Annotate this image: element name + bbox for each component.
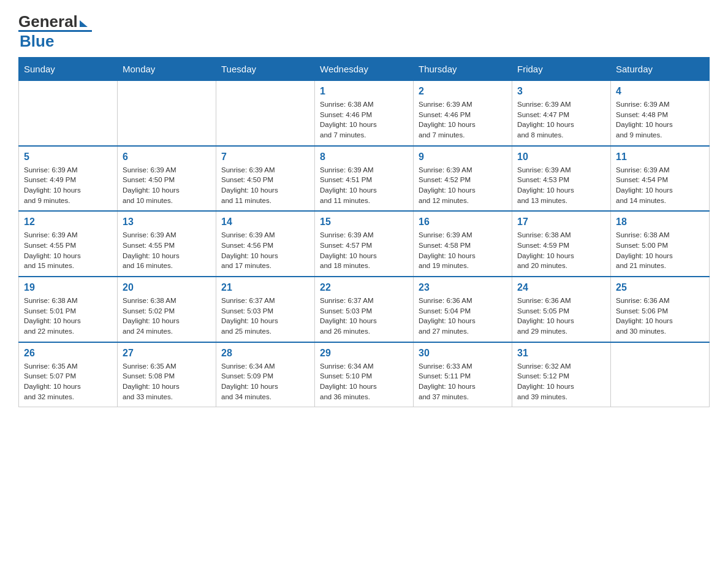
day-cell: 18Sunrise: 6:38 AM Sunset: 5:00 PM Dayli… (611, 211, 710, 277)
day-cell: 29Sunrise: 6:34 AM Sunset: 5:10 PM Dayli… (315, 342, 414, 407)
day-info: Sunrise: 6:36 AM Sunset: 5:05 PM Dayligh… (517, 296, 605, 337)
day-info: Sunrise: 6:39 AM Sunset: 4:54 PM Dayligh… (616, 165, 704, 206)
day-number: 5 (24, 151, 112, 163)
logo-general-text: General (18, 12, 78, 31)
day-number: 30 (419, 348, 507, 359)
week-row-4: 19Sunrise: 6:38 AM Sunset: 5:01 PM Dayli… (19, 277, 710, 342)
logo-bottom-row: Blue (18, 30, 92, 51)
day-cell: 12Sunrise: 6:39 AM Sunset: 4:55 PM Dayli… (19, 211, 118, 277)
day-number: 14 (221, 216, 309, 228)
week-row-1: 1Sunrise: 6:38 AM Sunset: 4:46 PM Daylig… (19, 81, 710, 146)
page-header: General Blue (18, 12, 710, 51)
day-number: 25 (616, 282, 704, 293)
day-info: Sunrise: 6:32 AM Sunset: 5:12 PM Dayligh… (517, 361, 605, 402)
day-cell: 3Sunrise: 6:39 AM Sunset: 4:47 PM Daylig… (512, 81, 611, 146)
day-cell: 9Sunrise: 6:39 AM Sunset: 4:52 PM Daylig… (414, 146, 512, 212)
day-number: 9 (419, 151, 507, 163)
day-cell: 8Sunrise: 6:39 AM Sunset: 4:51 PM Daylig… (315, 146, 414, 212)
day-info: Sunrise: 6:35 AM Sunset: 5:07 PM Dayligh… (24, 361, 112, 402)
day-cell: 21Sunrise: 6:37 AM Sunset: 5:03 PM Dayli… (216, 277, 315, 342)
day-cell: 28Sunrise: 6:34 AM Sunset: 5:09 PM Dayli… (216, 342, 315, 407)
header-sunday: Sunday (19, 58, 118, 81)
day-number: 11 (616, 151, 704, 163)
day-cell (19, 81, 118, 146)
day-number: 28 (221, 348, 309, 359)
week-row-2: 5Sunrise: 6:39 AM Sunset: 4:49 PM Daylig… (19, 146, 710, 212)
header-tuesday: Tuesday (216, 58, 315, 81)
day-info: Sunrise: 6:39 AM Sunset: 4:52 PM Dayligh… (419, 165, 507, 206)
day-info: Sunrise: 6:38 AM Sunset: 5:02 PM Dayligh… (123, 296, 211, 337)
day-cell: 20Sunrise: 6:38 AM Sunset: 5:02 PM Dayli… (118, 277, 216, 342)
day-info: Sunrise: 6:36 AM Sunset: 5:06 PM Dayligh… (616, 296, 704, 337)
day-number: 15 (320, 216, 408, 228)
day-info: Sunrise: 6:38 AM Sunset: 4:59 PM Dayligh… (517, 230, 605, 271)
day-number: 6 (123, 151, 211, 163)
day-cell: 17Sunrise: 6:38 AM Sunset: 4:59 PM Dayli… (512, 211, 611, 277)
day-info: Sunrise: 6:39 AM Sunset: 4:56 PM Dayligh… (221, 230, 309, 271)
day-info: Sunrise: 6:37 AM Sunset: 5:03 PM Dayligh… (320, 296, 408, 337)
day-number: 23 (419, 282, 507, 293)
header-saturday: Saturday (611, 58, 710, 81)
day-cell: 14Sunrise: 6:39 AM Sunset: 4:56 PM Dayli… (216, 211, 315, 277)
day-info: Sunrise: 6:33 AM Sunset: 5:11 PM Dayligh… (419, 361, 507, 402)
day-number: 22 (320, 282, 408, 293)
day-number: 18 (616, 216, 704, 228)
logo: General Blue (18, 12, 92, 51)
day-cell: 16Sunrise: 6:39 AM Sunset: 4:58 PM Dayli… (414, 211, 512, 277)
day-info: Sunrise: 6:39 AM Sunset: 4:55 PM Dayligh… (123, 230, 211, 271)
logo-top-row: General (18, 12, 88, 31)
day-cell: 7Sunrise: 6:39 AM Sunset: 4:50 PM Daylig… (216, 146, 315, 212)
day-number: 10 (517, 151, 605, 163)
day-number: 1 (320, 86, 408, 97)
day-cell: 31Sunrise: 6:32 AM Sunset: 5:12 PM Dayli… (512, 342, 611, 407)
day-cell: 25Sunrise: 6:36 AM Sunset: 5:06 PM Dayli… (611, 277, 710, 342)
day-cell: 4Sunrise: 6:39 AM Sunset: 4:48 PM Daylig… (611, 81, 710, 146)
day-number: 20 (123, 282, 211, 293)
day-cell: 23Sunrise: 6:36 AM Sunset: 5:04 PM Dayli… (414, 277, 512, 342)
day-info: Sunrise: 6:39 AM Sunset: 4:51 PM Dayligh… (320, 165, 408, 206)
day-cell (611, 342, 710, 407)
day-number: 2 (419, 86, 507, 97)
day-cell: 10Sunrise: 6:39 AM Sunset: 4:53 PM Dayli… (512, 146, 611, 212)
day-info: Sunrise: 6:39 AM Sunset: 4:48 PM Dayligh… (616, 99, 704, 140)
day-cell (118, 81, 216, 146)
day-info: Sunrise: 6:39 AM Sunset: 4:57 PM Dayligh… (320, 230, 408, 271)
day-info: Sunrise: 6:36 AM Sunset: 5:04 PM Dayligh… (419, 296, 507, 337)
day-number: 4 (616, 86, 704, 97)
day-cell: 19Sunrise: 6:38 AM Sunset: 5:01 PM Dayli… (19, 277, 118, 342)
week-row-5: 26Sunrise: 6:35 AM Sunset: 5:07 PM Dayli… (19, 342, 710, 407)
day-info: Sunrise: 6:39 AM Sunset: 4:50 PM Dayligh… (221, 165, 309, 206)
header-wednesday: Wednesday (315, 58, 414, 81)
day-cell: 26Sunrise: 6:35 AM Sunset: 5:07 PM Dayli… (19, 342, 118, 407)
day-number: 17 (517, 216, 605, 228)
logo-triangle-icon (80, 20, 88, 27)
day-number: 13 (123, 216, 211, 228)
day-number: 19 (24, 282, 112, 293)
header-thursday: Thursday (414, 58, 512, 81)
day-cell: 30Sunrise: 6:33 AM Sunset: 5:11 PM Dayli… (414, 342, 512, 407)
day-cell: 11Sunrise: 6:39 AM Sunset: 4:54 PM Dayli… (611, 146, 710, 212)
day-info: Sunrise: 6:38 AM Sunset: 5:00 PM Dayligh… (616, 230, 704, 271)
day-cell: 13Sunrise: 6:39 AM Sunset: 4:55 PM Dayli… (118, 211, 216, 277)
day-number: 24 (517, 282, 605, 293)
calendar-body: 1Sunrise: 6:38 AM Sunset: 4:46 PM Daylig… (19, 81, 710, 407)
day-number: 7 (221, 151, 309, 163)
day-number: 29 (320, 348, 408, 359)
header-friday: Friday (512, 58, 611, 81)
day-info: Sunrise: 6:34 AM Sunset: 5:10 PM Dayligh… (320, 361, 408, 402)
day-cell: 22Sunrise: 6:37 AM Sunset: 5:03 PM Dayli… (315, 277, 414, 342)
day-info: Sunrise: 6:39 AM Sunset: 4:55 PM Dayligh… (24, 230, 112, 271)
day-info: Sunrise: 6:39 AM Sunset: 4:46 PM Dayligh… (419, 99, 507, 140)
header-monday: Monday (118, 58, 216, 81)
day-info: Sunrise: 6:37 AM Sunset: 5:03 PM Dayligh… (221, 296, 309, 337)
calendar-table: SundayMondayTuesdayWednesdayThursdayFrid… (18, 57, 710, 407)
day-number: 3 (517, 86, 605, 97)
day-cell: 24Sunrise: 6:36 AM Sunset: 5:05 PM Dayli… (512, 277, 611, 342)
day-info: Sunrise: 6:39 AM Sunset: 4:58 PM Dayligh… (419, 230, 507, 271)
day-number: 26 (24, 348, 112, 359)
day-number: 27 (123, 348, 211, 359)
day-cell: 2Sunrise: 6:39 AM Sunset: 4:46 PM Daylig… (414, 81, 512, 146)
day-number: 8 (320, 151, 408, 163)
day-info: Sunrise: 6:35 AM Sunset: 5:08 PM Dayligh… (123, 361, 211, 402)
week-row-3: 12Sunrise: 6:39 AM Sunset: 4:55 PM Dayli… (19, 211, 710, 277)
